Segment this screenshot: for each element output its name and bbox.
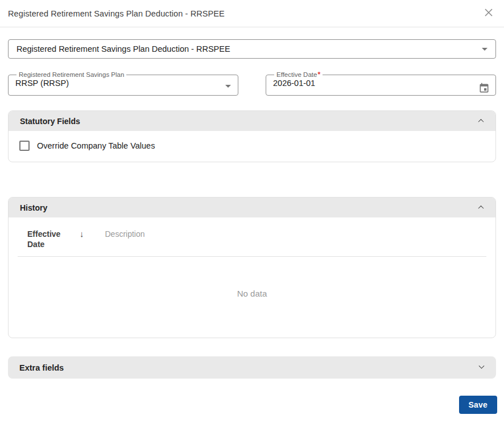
no-data-text: No data	[237, 289, 267, 298]
effective-date-field[interactable]: Effective Date* 2026-01-01	[266, 72, 496, 96]
override-company-table-label: Override Company Table Values	[37, 141, 155, 150]
history-table-header: Effective Date ↓ Description	[9, 217, 495, 256]
override-company-table-checkbox-row[interactable]: Override Company Table Values	[19, 141, 484, 151]
statutory-fields-body: Override Company Table Values	[9, 131, 495, 162]
chevron-down-icon	[225, 85, 231, 88]
effective-date-label: Effective Date*	[274, 72, 323, 78]
column-header-effective-date[interactable]: Effective Date	[27, 229, 63, 249]
history-body: Effective Date ↓ Description No data	[9, 217, 495, 338]
close-icon	[483, 7, 494, 20]
column-header-description[interactable]: Description	[105, 229, 145, 239]
history-header[interactable]: History	[9, 198, 495, 217]
extra-fields-section-header[interactable]: Extra fields	[8, 356, 496, 379]
calendar-picker-button[interactable]	[478, 83, 490, 96]
override-company-table-checkbox[interactable]	[19, 141, 30, 151]
element-select-value: Registered Retirement Savings Plan Deduc…	[16, 44, 230, 54]
dialog-content: Registered Retirement Savings Plan Deduc…	[0, 39, 504, 379]
extra-fields-title: Extra fields	[19, 363, 64, 372]
chevron-up-icon	[478, 119, 484, 125]
history-title: History	[20, 203, 47, 212]
plan-select-label: Registered Retirement Savings Plan	[16, 72, 126, 78]
element-select[interactable]: Registered Retirement Savings Plan Deduc…	[8, 39, 496, 59]
save-button[interactable]: Save	[459, 396, 498, 414]
effective-date-value: 2026-01-01	[273, 79, 489, 88]
chevron-up-icon	[478, 206, 484, 211]
close-button[interactable]	[479, 4, 498, 23]
chevron-down-icon	[479, 363, 485, 369]
dialog-title: Registered Retirement Savings Plan Deduc…	[8, 9, 225, 18]
statutory-fields-section: Statutory Fields Override Company Table …	[8, 110, 496, 162]
rrsp-deduction-dialog: Registered Retirement Savings Plan Deduc…	[0, 0, 504, 423]
plan-select[interactable]: Registered Retirement Savings Plan RRSP …	[8, 72, 238, 96]
history-empty-state: No data	[9, 257, 495, 330]
calendar-icon	[478, 87, 490, 96]
history-section: History Effective Date ↓ Description No …	[8, 197, 496, 338]
field-row: Registered Retirement Savings Plan RRSP …	[8, 72, 496, 96]
statutory-fields-title: Statutory Fields	[20, 117, 80, 126]
plan-select-value: RRSP (RRSP)	[15, 79, 231, 88]
dialog-header: Registered Retirement Savings Plan Deduc…	[0, 0, 504, 27]
sort-descending-icon[interactable]: ↓	[80, 229, 84, 239]
required-asterisk: *	[317, 71, 320, 79]
statutory-fields-header[interactable]: Statutory Fields	[9, 111, 495, 131]
chevron-down-icon	[482, 48, 488, 51]
